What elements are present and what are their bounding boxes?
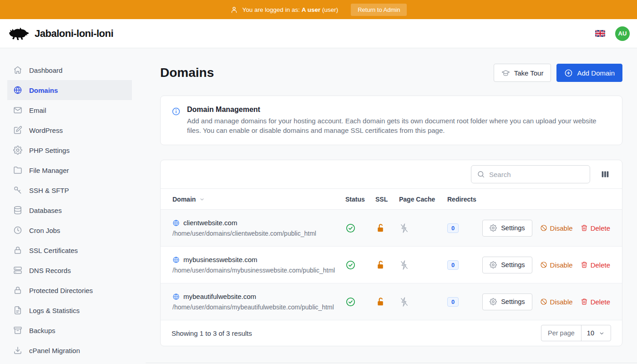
domain-globe-icon xyxy=(172,219,180,227)
status-enabled-icon xyxy=(345,223,375,233)
boar-logo-icon xyxy=(7,26,29,41)
sidebar-item[interactable]: Logs & Statistics xyxy=(7,300,132,320)
brand-name: Jabaloni-loni-loni xyxy=(35,28,113,40)
search-input[interactable] xyxy=(489,171,584,178)
graduation-cap-icon xyxy=(501,69,510,77)
ssl-unlocked-icon[interactable] xyxy=(375,297,399,307)
archive-icon xyxy=(13,326,23,335)
app-header: Jabaloni-loni-loni AU xyxy=(0,19,637,48)
clock-icon xyxy=(13,226,23,235)
sidebar-item[interactable]: File Manager xyxy=(7,160,132,180)
column-toggle-icon[interactable] xyxy=(599,168,611,180)
banner-message: You are logged in as: A user (user) xyxy=(243,6,339,13)
sidebar-item-label: File Manager xyxy=(29,167,69,174)
gear-icon xyxy=(490,261,497,268)
sidebar-item[interactable]: SSL Certificates xyxy=(7,240,132,260)
per-page-select[interactable]: Per page 10 xyxy=(541,325,611,341)
page-cache-disabled-icon xyxy=(399,260,447,270)
sidebar-item[interactable]: Domains xyxy=(7,80,132,100)
sidebar-item-label: SSL Certificates xyxy=(29,247,78,254)
disable-button[interactable]: Disable xyxy=(540,298,573,306)
main-content: Domains Take Tour Add Domain xyxy=(146,48,637,364)
domain-name[interactable]: mybusinesswebsite.com xyxy=(183,256,258,263)
user-icon xyxy=(230,6,238,14)
redirects-count-badge[interactable]: 0 xyxy=(447,260,459,270)
sidebar-item[interactable]: DNS Records xyxy=(7,260,132,280)
sidebar-item[interactable]: cPanel Migration xyxy=(7,340,132,360)
domain-globe-icon xyxy=(172,256,180,263)
key-icon xyxy=(13,186,23,195)
sidebar-item[interactable]: SSH & SFTP xyxy=(7,180,132,200)
language-flag-icon[interactable] xyxy=(595,30,605,37)
sidebar-item-label: SSH & SFTP xyxy=(29,187,69,194)
sidebar-item[interactable]: Protected Directories xyxy=(7,280,132,300)
lock-icon xyxy=(13,286,23,295)
mail-icon xyxy=(13,106,23,115)
domain-globe-icon xyxy=(172,293,180,300)
pencil-square-icon xyxy=(13,126,23,135)
sidebar-item[interactable]: Cron Jobs xyxy=(7,220,132,240)
brand[interactable]: Jabaloni-loni-loni xyxy=(7,26,113,41)
page-cache-disabled-icon xyxy=(399,223,447,233)
database-icon xyxy=(13,206,23,215)
lock-icon xyxy=(13,246,23,255)
page-cache-disabled-icon xyxy=(399,297,447,307)
sidebar-item-label: Email xyxy=(29,106,46,114)
sidebar-item-label: Domains xyxy=(29,86,58,94)
sidebar-item[interactable]: Email xyxy=(7,100,132,120)
ssl-unlocked-icon[interactable] xyxy=(375,223,399,233)
add-domain-button[interactable]: Add Domain xyxy=(556,64,622,82)
gear-icon xyxy=(490,298,497,305)
sidebar-item-label: Cron Jobs xyxy=(29,227,60,234)
domain-name[interactable]: mybeautifulwebsite.com xyxy=(183,293,256,300)
info-icon xyxy=(172,107,181,135)
avatar[interactable]: AU xyxy=(615,26,630,41)
settings-button[interactable]: Settings xyxy=(482,257,532,273)
disable-button[interactable]: Disable xyxy=(540,261,573,269)
sidebar-item[interactable]: Databases xyxy=(7,200,132,220)
redirects-count-badge[interactable]: 0 xyxy=(447,223,459,233)
info-card-title: Domain Management xyxy=(187,106,597,114)
settings-button[interactable]: Settings xyxy=(482,293,532,310)
column-header-redirects: Redirects xyxy=(447,196,486,203)
delete-button[interactable]: Delete xyxy=(581,261,610,269)
column-header-page-cache: Page Cache xyxy=(399,196,447,203)
table-header-row: Domain Status SSL Page Cache Redirects xyxy=(161,188,622,210)
status-enabled-icon xyxy=(345,260,375,270)
home-icon xyxy=(13,66,23,75)
sidebar-item-label: cPanel Migration xyxy=(29,347,80,354)
footer-divider xyxy=(146,363,637,363)
sidebar: Dashboard Domains Email WordPress xyxy=(0,48,146,364)
info-card-body: Add and manage domains for your hosting … xyxy=(187,116,597,135)
sidebar-item[interactable]: Backups xyxy=(7,320,132,340)
download-icon xyxy=(13,346,23,355)
sidebar-item-label: WordPress xyxy=(29,126,63,134)
delete-button[interactable]: Delete xyxy=(581,224,610,232)
column-header-domain[interactable]: Domain xyxy=(172,196,345,203)
impersonation-banner: You are logged in as: A user (user) Retu… xyxy=(0,0,637,19)
domain-row: clientwebsite.com /home/user/domains/cli… xyxy=(161,210,622,247)
return-to-admin-button[interactable]: Return to Admin xyxy=(351,4,407,16)
disable-button[interactable]: Disable xyxy=(540,224,573,232)
delete-button[interactable]: Delete xyxy=(581,298,610,306)
ssl-unlocked-icon[interactable] xyxy=(375,260,399,270)
sidebar-item[interactable]: PHP Settings xyxy=(7,140,132,160)
sidebar-item-label: Dashboard xyxy=(29,66,62,74)
column-header-ssl: SSL xyxy=(375,196,399,203)
sidebar-item[interactable]: Dashboard xyxy=(7,60,132,80)
search-icon xyxy=(477,170,485,178)
sidebar-item[interactable]: WordPress xyxy=(7,120,132,140)
redirects-count-badge[interactable]: 0 xyxy=(447,297,459,307)
trash-icon xyxy=(581,224,588,232)
domain-name[interactable]: clientwebsite.com xyxy=(183,219,237,227)
plus-circle-icon xyxy=(564,69,573,77)
sort-chevron-icon xyxy=(199,196,205,202)
trash-icon xyxy=(581,261,588,268)
search-box xyxy=(471,165,590,183)
settings-button[interactable]: Settings xyxy=(482,220,532,237)
gear-icon xyxy=(490,224,497,232)
chevron-down-icon xyxy=(598,330,605,337)
sidebar-item-label: PHP Settings xyxy=(29,147,70,154)
take-tour-button[interactable]: Take Tour xyxy=(494,64,551,82)
domain-row: mybeautifulwebsite.com /home/user/domain… xyxy=(161,283,622,320)
